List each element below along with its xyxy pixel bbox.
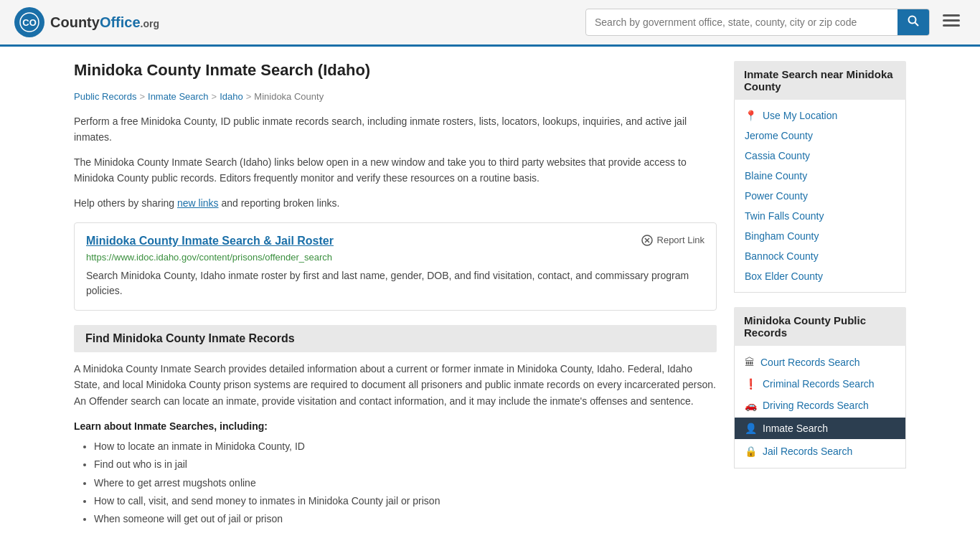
list-item: Where to get arrest mugshots online: [94, 474, 717, 492]
svg-text:CO: CO: [22, 17, 37, 28]
new-links-link[interactable]: new links: [177, 197, 219, 209]
pub-link-jail-records[interactable]: 🔒 Jail Records Search: [735, 441, 905, 462]
pin-icon: 📍: [745, 110, 757, 121]
link-description: Search Minidoka County, Idaho inmate ros…: [86, 268, 705, 298]
list-item: When someone will get out of jail or pri…: [94, 510, 717, 528]
svg-rect-4: [943, 14, 960, 17]
public-records-section-title: Minidoka County Public Records: [734, 307, 906, 346]
breadcrumb-inmate-search[interactable]: Inmate Search: [148, 91, 209, 102]
pub-link-inmate-search[interactable]: 👤 Inmate Search: [735, 418, 905, 439]
nearby-links: 📍 Use My Location Jerome County Cassia C…: [734, 100, 906, 293]
logo-icon: CO: [14, 7, 44, 37]
main-link-card: Minidoka County Inmate Search & Jail Ros…: [74, 222, 717, 311]
breadcrumb-public-records[interactable]: Public Records: [74, 91, 136, 102]
main-container: Minidoka County Inmate Search (Idaho) Pu…: [60, 61, 920, 528]
page-title: Minidoka County Inmate Search (Idaho): [74, 61, 717, 80]
report-link-button[interactable]: Report Link: [641, 235, 705, 246]
inmate-icon: 👤: [745, 423, 757, 434]
intro-para3: Help others by sharing new links and rep…: [74, 195, 717, 211]
svg-rect-6: [943, 24, 960, 27]
nearby-link-blaine[interactable]: Blaine County: [735, 166, 905, 186]
nearby-link-twin-falls[interactable]: Twin Falls County: [735, 206, 905, 226]
breadcrumb-idaho[interactable]: Idaho: [220, 91, 243, 102]
link-card-title[interactable]: Minidoka County Inmate Search & Jail Ros…: [86, 235, 334, 248]
nearby-link-box-elder[interactable]: Box Elder County: [735, 266, 905, 286]
court-icon: 🏛: [745, 357, 755, 368]
link-card-header: Minidoka County Inmate Search & Jail Ros…: [86, 235, 705, 248]
sidebar: Inmate Search near Minidoka County 📍 Use…: [734, 61, 906, 528]
logo-text: CountyOffice.org: [50, 14, 159, 31]
pub-link-criminal-records[interactable]: ❗ Criminal Records Search: [735, 373, 905, 395]
nearby-link-bannock[interactable]: Bannock County: [735, 246, 905, 266]
link-url[interactable]: https://www.idoc.idaho.gov/content/priso…: [86, 252, 705, 263]
list-item: How to call, visit, and send money to in…: [94, 492, 717, 510]
breadcrumb-current: Minidoka County: [254, 91, 324, 102]
search-button[interactable]: [897, 9, 929, 35]
list-item: How to locate an inmate in Minidoka Coun…: [94, 438, 717, 456]
learn-heading: Learn about Inmate Searches, including:: [74, 420, 717, 432]
pub-link-court-records[interactable]: 🏛 Court Records Search: [735, 352, 905, 373]
svg-rect-5: [943, 19, 960, 22]
find-section-header: Find Minidoka County Inmate Records: [74, 325, 717, 352]
public-records-links: 🏛 Court Records Search ❗ Criminal Record…: [734, 346, 906, 468]
search-input[interactable]: [586, 11, 897, 34]
content-area: Minidoka County Inmate Search (Idaho) Pu…: [74, 61, 717, 528]
header: CO CountyOffice.org: [0, 0, 980, 47]
use-location-button[interactable]: 📍 Use My Location: [735, 105, 905, 126]
find-body-text: A Minidoka County Inmate Search provides…: [74, 361, 717, 409]
logo-area: CO CountyOffice.org: [14, 7, 159, 37]
search-bar: [585, 9, 930, 36]
list-item: Find out who is in jail: [94, 456, 717, 474]
svg-point-2: [909, 17, 916, 24]
jail-icon: 🔒: [745, 446, 757, 457]
intro-para1: Perform a free Minidoka County, ID publi…: [74, 113, 717, 146]
learn-list: How to locate an inmate in Minidoka Coun…: [74, 438, 717, 528]
hamburger-menu[interactable]: [937, 10, 966, 34]
nearby-link-cassia[interactable]: Cassia County: [735, 146, 905, 166]
search-area: [585, 9, 966, 36]
driving-icon: 🚗: [745, 400, 757, 411]
breadcrumb: Public Records > Inmate Search > Idaho >…: [74, 91, 717, 102]
nearby-link-jerome[interactable]: Jerome County: [735, 126, 905, 146]
pub-link-driving-records[interactable]: 🚗 Driving Records Search: [735, 395, 905, 416]
use-location-link[interactable]: Use My Location: [763, 110, 837, 121]
criminal-icon: ❗: [745, 378, 757, 390]
nearby-link-power[interactable]: Power County: [735, 186, 905, 206]
nearby-section-title: Inmate Search near Minidoka County: [734, 61, 906, 100]
intro-para2: The Minidoka County Inmate Search (Idaho…: [74, 154, 717, 187]
nearby-link-bingham[interactable]: Bingham County: [735, 226, 905, 246]
svg-line-3: [915, 23, 919, 27]
